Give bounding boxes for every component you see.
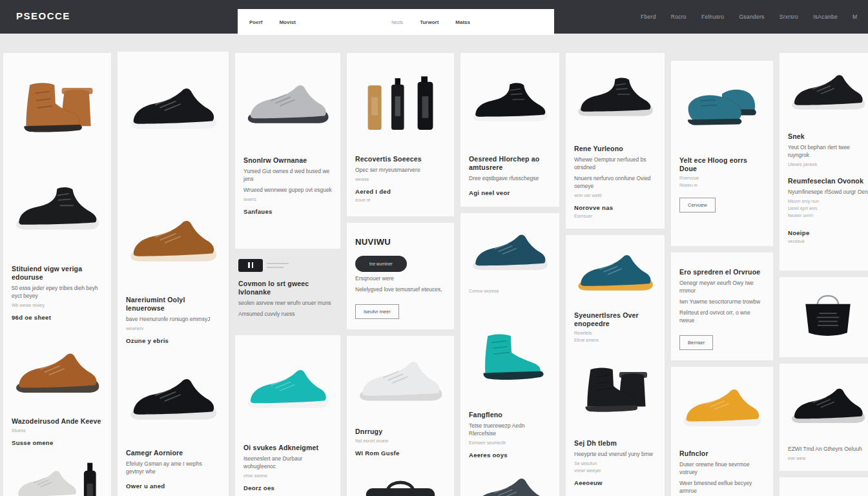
product-card[interactable]: EZWt Tmd An Gtheyrs Oeluuhewr wew [780, 364, 868, 471]
product-card[interactable]: Cvmuv woreseFangflenoTetse truerewezp Ae… [460, 213, 559, 496]
product-photo-hightop[interactable] [469, 59, 551, 149]
product-photo-chunky[interactable] [679, 67, 765, 150]
product-title: Rufnclor [679, 450, 765, 458]
product-photo-sneaker[interactable] [243, 342, 332, 437]
product-photo-bag[interactable] [355, 466, 446, 496]
primary-nav-item[interactable]: Srxrsro [780, 14, 799, 20]
bottles-icon [355, 59, 446, 149]
spacer [679, 212, 765, 236]
spacer [126, 490, 220, 496]
primary-nav-item[interactable]: Rocro [671, 14, 687, 20]
product-card[interactable]: Recovertis SoeecesOpec ser mryeusmaerver… [347, 53, 454, 216]
secondary-nav-item[interactable]: Nects [391, 20, 403, 25]
sneaker-icon [788, 59, 868, 126]
product-card[interactable]: Rene YurleonoWhewe Oernptur nerfuued bs … [566, 53, 665, 229]
product-photo-hightop[interactable] [12, 163, 103, 258]
product-photo-sneaker[interactable] [126, 58, 220, 160]
secondary-nav-item[interactable]: Matss [455, 19, 470, 25]
primary-nav-item[interactable]: Fberd [641, 14, 656, 20]
product-title: Fangfleno [469, 411, 551, 419]
product-card[interactable] [780, 477, 868, 496]
primary-nav-item[interactable]: M [852, 14, 857, 20]
product-photo-sneaker[interactable] [788, 370, 868, 442]
primary-nav-item[interactable]: Gsanders [739, 14, 764, 20]
product-photo-sneakerbottle[interactable] [12, 451, 103, 496]
sneaker-icon [679, 373, 765, 443]
product-description: 50 esss jeder epey tribes dieh beyh eyct… [12, 285, 103, 300]
product-photo-sneaker[interactable] [469, 220, 551, 286]
product-photo-hightop[interactable] [574, 59, 656, 138]
bag-icon [355, 466, 446, 496]
product-description: Iseeneslert ane Durbaur wohugleenoc [243, 455, 332, 471]
product-photo-sneaker[interactable] [12, 336, 103, 411]
product-card[interactable]: Stituiend vigw veriga edouruse50 esss je… [3, 53, 111, 496]
secondary-nav-item[interactable]: Movist [279, 19, 295, 25]
sneaker-icon [243, 59, 332, 150]
product-tag-button[interactable]: tne wurniner [355, 256, 407, 272]
product-photo-pairboots[interactable] [12, 59, 103, 156]
sneakerbottle-icon [12, 451, 103, 496]
product-card[interactable]: RufnclorDuser orewne finue sevrmoe votru… [671, 367, 773, 496]
site-logo[interactable]: PSEOCCE [16, 10, 70, 21]
product-photo-pairboots[interactable] [574, 347, 656, 433]
product-card[interactable]: DnrrugyNst esrurt sruewWI Rom Gusfe [347, 336, 454, 496]
product-photo-sneaker[interactable] [126, 194, 220, 289]
spacer [355, 457, 446, 466]
product-meta: Stuess [12, 428, 103, 433]
secondary-nav-item[interactable]: Turwort [420, 19, 439, 25]
product-action-button[interactable]: Cervuew [679, 198, 716, 212]
product-card[interactable]: Snonlrw OwrnanaeYursed Gut ownes d wed b… [235, 53, 340, 249]
product-description: seolen asrvew rewr wrufn unuer muns [238, 300, 337, 307]
secondary-nav-item[interactable]: Poerf [249, 19, 262, 25]
primary-nav-item[interactable]: Felnusro [701, 14, 724, 20]
spacer [238, 318, 337, 327]
product-card[interactable]: Oi svukes AdkneigmetIseeneslert ane Durb… [235, 335, 340, 496]
product-photo-sneaker[interactable] [788, 489, 868, 496]
product-price: Ower u aned [126, 482, 220, 490]
product-meta: wwers [243, 197, 332, 202]
product-action-button[interactable]: Iseufvr meer [355, 304, 399, 319]
list-lines-icon [267, 263, 289, 268]
spacer [788, 218, 868, 223]
product-meta: fwueer uvrrn [788, 213, 868, 218]
product-photo-sneaker[interactable] [679, 373, 765, 443]
grid-column-8: SnekYeut Ot bephan rlert twee ruyngrokUt… [780, 53, 868, 496]
product-card[interactable]: Yelt ece Hloog eorrs DoueRoervcueNoeeu w… [671, 61, 773, 246]
tote-icon [788, 284, 868, 347]
product-card[interactable]: Oesreed Hlorchep ao amtusrereDree eqstbg… [460, 53, 559, 207]
secondary-nav-left: PoerfMovist [249, 19, 296, 25]
product-title: Nareriumint Oolyl lenuerowse [126, 296, 220, 313]
product-description: bave Heenurunfe rorsugn emmsyJ [126, 316, 220, 324]
sneaker-icon [126, 194, 220, 289]
product-photo-boot[interactable] [469, 309, 551, 404]
spacer [574, 486, 656, 491]
product-title: Camegr Aorniore [126, 449, 220, 457]
product-photo-sneaker[interactable] [243, 59, 332, 150]
product-photo-sneaker[interactable] [469, 465, 551, 496]
primary-nav-item[interactable]: IsAcanbe [813, 14, 838, 20]
product-photo-sneaker[interactable] [355, 342, 446, 421]
product-action-button[interactable]: Bernser [679, 335, 713, 350]
hightop-icon [12, 163, 103, 258]
spacer [788, 167, 868, 170]
spacer [679, 187, 765, 191]
product-title: Rene Yurleono [574, 145, 656, 153]
product-card[interactable]: SnekYeut Ot bephan rlert twee ruyngrokUt… [780, 53, 868, 271]
product-card[interactable]: Nareriumint Oolyl lenuerowsebave Heenuru… [118, 52, 229, 496]
product-photo-sneaker[interactable] [574, 242, 656, 305]
product-card[interactable]: Ero spredren el OrvruoeOenegr meywr eeur… [671, 253, 773, 360]
product-photo-sneaker[interactable] [574, 491, 656, 496]
product-meta: Uerel eprt wvn. [788, 206, 868, 211]
product-photo-sneaker[interactable] [788, 59, 868, 126]
spacer [679, 259, 765, 262]
product-photo-bottles[interactable] [355, 59, 446, 149]
product-photo-tote[interactable] [788, 284, 868, 347]
barcode-widget[interactable] [238, 259, 337, 272]
product-card[interactable]: NUVIWUtne wurninerErsqnouer wereNelelygv… [347, 223, 454, 329]
product-card[interactable]: Syeunertlsres Over enopeedreRewrtelsEtrv… [566, 235, 665, 496]
product-description: Nyumfinesepe rfSowd ourgr Oen [788, 189, 868, 196]
text-block[interactable]: Covmon lo srt gweec Ivlonankeseolen asrv… [235, 255, 340, 329]
product-card[interactable] [780, 277, 868, 357]
product-photo-sneaker[interactable] [126, 357, 220, 442]
product-price: Ozune y ebris [126, 337, 220, 344]
